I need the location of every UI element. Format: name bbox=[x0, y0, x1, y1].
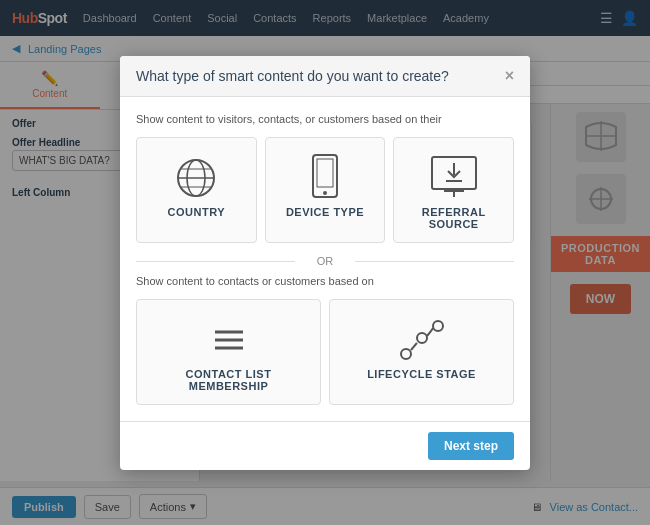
next-step-button[interactable]: Next step bbox=[428, 432, 514, 460]
option-lifecycle-stage[interactable]: LIFECYCLE STAGE bbox=[329, 299, 514, 405]
option-lifecycle-stage-label: LIFECYCLE STAGE bbox=[338, 368, 505, 380]
device-type-icon bbox=[274, 154, 377, 202]
smart-content-modal: What type of smart content do you want t… bbox=[120, 56, 530, 470]
modal-body: Show content to visitors, contacts, or c… bbox=[120, 97, 530, 421]
modal-subtitle: Show content to visitors, contacts, or c… bbox=[136, 113, 514, 125]
modal-subtitle2: Show content to contacts or customers ba… bbox=[136, 275, 514, 287]
modal-title: What type of smart content do you want t… bbox=[136, 68, 449, 84]
svg-rect-11 bbox=[317, 159, 333, 187]
svg-point-23 bbox=[433, 321, 443, 331]
modal-footer: Next step bbox=[120, 421, 530, 470]
modal-overlay[interactable]: What type of smart content do you want t… bbox=[0, 0, 650, 525]
svg-point-22 bbox=[417, 333, 427, 343]
modal-header: What type of smart content do you want t… bbox=[120, 56, 530, 97]
svg-point-12 bbox=[323, 191, 327, 195]
option-contact-list-label: CONTACT LIST MEMBERSHIP bbox=[145, 368, 312, 392]
option-contact-list[interactable]: CONTACT LIST MEMBERSHIP bbox=[136, 299, 321, 405]
options-row-1: COUNTRY DEVICE TYPE bbox=[136, 137, 514, 243]
referral-source-icon bbox=[402, 154, 505, 202]
option-referral-source[interactable]: REFERRAL SOURCE bbox=[393, 137, 514, 243]
option-referral-source-label: REFERRAL SOURCE bbox=[402, 206, 505, 230]
lifecycle-stage-icon bbox=[338, 316, 505, 364]
option-device-type[interactable]: DEVICE TYPE bbox=[265, 137, 386, 243]
or-divider: OR bbox=[136, 255, 514, 267]
close-button[interactable]: × bbox=[505, 68, 514, 84]
option-device-type-label: DEVICE TYPE bbox=[274, 206, 377, 218]
option-country-label: COUNTRY bbox=[145, 206, 248, 218]
options-row-2: CONTACT LIST MEMBERSHIP LIFECYCLE STAGE bbox=[136, 299, 514, 405]
contact-list-icon bbox=[145, 316, 312, 364]
country-icon bbox=[145, 154, 248, 202]
svg-point-21 bbox=[401, 349, 411, 359]
option-country[interactable]: COUNTRY bbox=[136, 137, 257, 243]
